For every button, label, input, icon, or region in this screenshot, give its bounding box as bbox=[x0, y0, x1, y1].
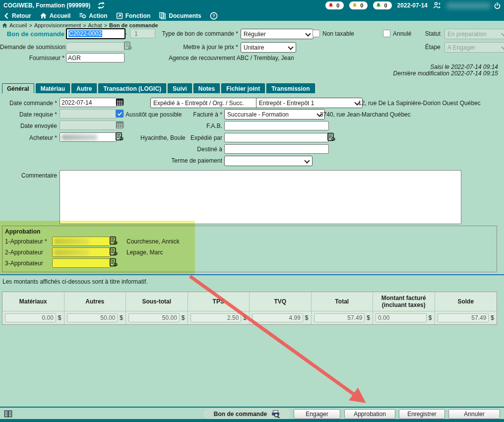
nav-item-action[interactable]: Action bbox=[79, 12, 107, 19]
alert-badge-green[interactable]: 0 bbox=[373, 1, 391, 9]
lookup-icon[interactable] bbox=[109, 258, 118, 268]
bon-number-input[interactable]: C2022-0002 bbox=[66, 28, 126, 39]
lookup-icon bbox=[124, 41, 132, 52]
fournisseur-label: Fournisseur * bbox=[0, 55, 64, 61]
lookup-icon[interactable] bbox=[109, 236, 118, 246]
terme-paiement-select[interactable] bbox=[224, 156, 313, 166]
help-button[interactable]: ? bbox=[210, 12, 218, 20]
approbation-button[interactable]: Approbation bbox=[344, 409, 395, 419]
dash-separator: - bbox=[125, 30, 127, 37]
agence-text: Agence de recouvrement ABC / Tremblay, J… bbox=[169, 55, 294, 61]
entrepot-select[interactable]: Entrepôt - Entrepôt 1 bbox=[256, 98, 363, 108]
expedie-par-label: Expédié par bbox=[175, 134, 222, 141]
bon-de-commande-label: Bon de commande bbox=[0, 30, 64, 38]
breadcrumb-separator: > bbox=[29, 22, 32, 28]
approbateur1-input[interactable] bbox=[52, 237, 111, 246]
chevron-down-icon bbox=[305, 31, 311, 36]
breadcrumb-current: Bon de commande bbox=[109, 22, 158, 28]
acheteur-label: Acheteur * bbox=[0, 134, 57, 141]
documents-icon bbox=[159, 12, 166, 19]
tab-transaction-logic[interactable]: Transaction (LOGIC) bbox=[98, 83, 166, 93]
print-preview-icon[interactable] bbox=[271, 410, 280, 418]
breadcrumb-item[interactable]: Accueil bbox=[9, 22, 27, 28]
approbateur1-name: Courchesne, Annick bbox=[126, 238, 180, 245]
currency-symbol: $ bbox=[367, 314, 370, 321]
engager-button[interactable]: Engager bbox=[294, 409, 340, 419]
tab-general[interactable]: Général bbox=[2, 83, 34, 93]
nav-item-fonction[interactable]: Fonction bbox=[116, 12, 151, 19]
totals-value-row: 0.00$ 50.00$ 50.00$ 2.50$ 4.99$ 57.49$ 0… bbox=[2, 311, 497, 324]
tab-fichier-joint[interactable]: Fichier joint bbox=[221, 83, 265, 93]
aussitot-label: Aussitôt que possible bbox=[126, 111, 182, 118]
total-value: 57.49 bbox=[314, 313, 365, 322]
expedie-a-select[interactable]: Expédié à - Entrepôt / Org. / Succ. bbox=[150, 98, 266, 108]
alert-badge-red[interactable]: 0 bbox=[325, 1, 344, 9]
chevron-left-icon bbox=[3, 13, 9, 19]
approbation-title: Approbation bbox=[5, 228, 40, 235]
col-header: Sous-total bbox=[126, 292, 188, 311]
lookup-icon[interactable] bbox=[109, 247, 118, 257]
nav-label: Documents bbox=[169, 12, 201, 19]
date-envoyee-label: Date envoyée bbox=[0, 122, 57, 129]
tab-autre[interactable]: Autre bbox=[71, 83, 97, 93]
date-commande-input[interactable]: 2022-07-14 bbox=[60, 98, 117, 107]
col-header: Matériaux bbox=[2, 292, 64, 311]
facture-a-select[interactable]: Succursale - Formation bbox=[224, 109, 325, 120]
nav-item-retour[interactable]: Retour bbox=[3, 12, 31, 19]
fournisseur-input[interactable]: AGR bbox=[66, 53, 125, 62]
tab-bar: Général Matériau Autre Transaction (LOGI… bbox=[2, 83, 315, 93]
tab-notes[interactable]: Notes bbox=[193, 83, 220, 93]
prix-select[interactable]: Unitaire bbox=[241, 42, 296, 53]
approbateur3-input[interactable] bbox=[52, 258, 111, 268]
non-taxable-checkbox[interactable] bbox=[313, 30, 320, 37]
refresh-icon[interactable] bbox=[97, 1, 105, 9]
context-label: Bon de commande bbox=[214, 411, 267, 418]
bell-red-icon bbox=[328, 2, 334, 8]
tab-suivi[interactable]: Suivi bbox=[168, 83, 192, 93]
fab-input[interactable] bbox=[224, 121, 329, 130]
approbateur1-label: 1-Approbateur * bbox=[5, 238, 47, 245]
commentaire-textarea[interactable] bbox=[60, 170, 461, 224]
logout-button[interactable] bbox=[494, 2, 501, 11]
annuler-button[interactable]: Annuler bbox=[448, 409, 500, 419]
col-header: Autres bbox=[64, 292, 126, 311]
alert-count-green: 0 bbox=[384, 2, 387, 8]
tab-materiau[interactable]: Matériau bbox=[36, 83, 70, 93]
footer-bar: Bon de commande Engager Approbation Enre… bbox=[0, 407, 504, 420]
annule-checkbox[interactable] bbox=[383, 30, 390, 37]
etape-select: A Engager bbox=[444, 42, 504, 53]
bottom-edge-bar bbox=[0, 419, 504, 422]
lookup-icon[interactable] bbox=[327, 132, 336, 143]
check-icon bbox=[117, 111, 123, 117]
breadcrumb-item[interactable]: Approvisionnement bbox=[34, 22, 81, 28]
type-bon-select[interactable]: Régulier bbox=[241, 29, 314, 39]
nav-item-accueil[interactable]: Accueil bbox=[40, 12, 71, 19]
facture-a-label: Facturé à * bbox=[175, 111, 222, 118]
alert-badge-yellow[interactable]: 0 bbox=[349, 1, 368, 9]
home-icon bbox=[2, 23, 7, 28]
currency-symbol: $ bbox=[305, 314, 309, 321]
bell-green-icon bbox=[376, 2, 381, 8]
currency-symbol: $ bbox=[58, 314, 62, 321]
enregistrer-button[interactable]: Enregistrer bbox=[399, 409, 445, 419]
demande-soumission-input bbox=[66, 42, 125, 52]
calendar-icon[interactable] bbox=[115, 97, 125, 108]
user-switch-icon[interactable] bbox=[433, 1, 441, 9]
totals-header-row: Matériaux Autres Sous-total TPS TVQ Tota… bbox=[2, 292, 497, 311]
breadcrumb-separator: > bbox=[104, 22, 107, 28]
expedie-par-input[interactable] bbox=[224, 133, 329, 142]
destine-a-input[interactable] bbox=[224, 144, 329, 154]
lookup-icon[interactable] bbox=[115, 132, 124, 142]
acheteur-input[interactable] bbox=[60, 132, 117, 142]
montant-facture-value[interactable]: 0.00 bbox=[376, 313, 427, 322]
approbateur2-input[interactable] bbox=[52, 247, 111, 257]
nav-item-documents[interactable]: Documents bbox=[159, 12, 201, 19]
tab-transmission[interactable]: Transmission bbox=[266, 83, 315, 93]
breadcrumb-item[interactable]: Achat bbox=[88, 22, 102, 28]
svg-text:?: ? bbox=[212, 13, 215, 18]
ledger-book-icon[interactable] bbox=[4, 410, 12, 420]
materiaux-value: 0.00 bbox=[5, 313, 56, 322]
col-header: Montant facturé (incluant taxes) bbox=[373, 292, 435, 311]
username-redacted bbox=[446, 2, 490, 9]
aussitot-checkbox[interactable] bbox=[116, 110, 124, 118]
